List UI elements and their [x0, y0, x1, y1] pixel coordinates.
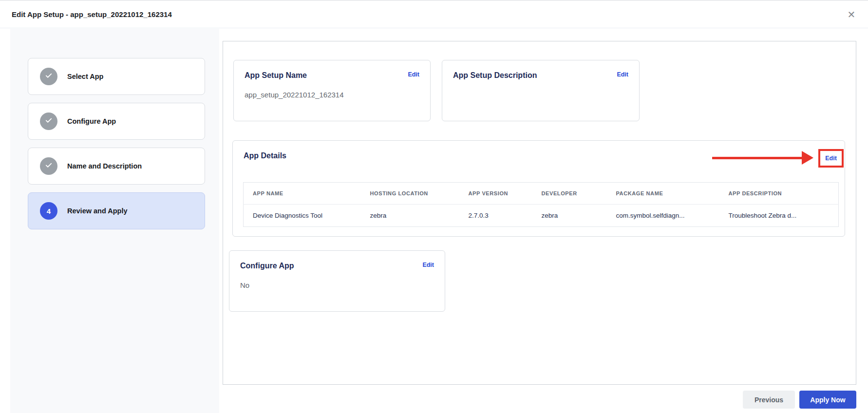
- app-details-table: APP NAME HOSTING LOCATION APP VERSION DE…: [243, 182, 839, 227]
- modal-title: Edit App Setup - app_setup_20221012_1623…: [12, 0, 172, 28]
- previous-button[interactable]: Previous: [743, 391, 795, 409]
- app-setup-description-card: App Setup Description Edit: [442, 60, 640, 121]
- table-header-row: APP NAME HOSTING LOCATION APP VERSION DE…: [244, 183, 839, 205]
- edit-app-setup-modal: Edit App Setup - app_setup_20221012_1623…: [0, 0, 868, 413]
- app-details-title: App Details: [244, 151, 286, 160]
- app-details-card: App Details APP NAME HOSTING LOCATION AP…: [232, 140, 845, 237]
- step-label: Select App: [67, 73, 103, 80]
- app-setup-name-card: App Setup Name Edit app_setup_20221012_1…: [233, 60, 431, 121]
- app-setup-name-title: App Setup Name: [245, 71, 307, 80]
- configure-app-title: Configure App: [240, 262, 294, 270]
- step-configure-app[interactable]: Configure App: [28, 103, 205, 140]
- step-review-and-apply[interactable]: 4 Review and Apply: [28, 192, 205, 229]
- modal-header: Edit App Setup - app_setup_20221012_1623…: [0, 0, 868, 28]
- col-app-name: APP NAME: [244, 183, 361, 205]
- app-setup-name-edit-link[interactable]: Edit: [408, 71, 419, 78]
- cell-app-description: Troubleshoot Zebra d...: [719, 205, 839, 227]
- step-select-app[interactable]: Select App: [28, 58, 205, 95]
- col-app-description: APP DESCRIPTION: [719, 183, 839, 205]
- cell-developer: zebra: [532, 205, 607, 227]
- app-details-edit-link[interactable]: Edit: [820, 151, 842, 166]
- col-hosting-location: HOSTING LOCATION: [361, 183, 459, 205]
- app-setup-name-value: app_setup_20221012_162314: [234, 91, 430, 99]
- check-icon: [44, 161, 53, 171]
- step-number-circle: 4: [40, 202, 57, 220]
- apply-now-button[interactable]: Apply Now: [799, 391, 856, 409]
- step-completed-circle: [40, 113, 57, 130]
- check-icon: [44, 116, 53, 127]
- col-app-version: APP VERSION: [459, 183, 532, 205]
- annotation-arrow-head: [802, 151, 813, 165]
- step-label: Configure App: [67, 117, 116, 125]
- step-completed-circle: [40, 157, 57, 175]
- step-completed-circle: [40, 68, 57, 85]
- configure-app-edit-link[interactable]: Edit: [422, 262, 434, 268]
- annotation-highlight-box: Edit: [818, 149, 844, 168]
- annotation-arrow-line: [712, 157, 803, 159]
- app-setup-description-edit-link[interactable]: Edit: [617, 71, 628, 78]
- step-label: Review and Apply: [67, 207, 128, 215]
- configure-app-value: No: [229, 281, 445, 289]
- app-setup-description-title: App Setup Description: [453, 71, 537, 80]
- col-developer: DEVELOPER: [532, 183, 607, 205]
- col-package-name: PACKAGE NAME: [607, 183, 719, 205]
- close-icon[interactable]: ✕: [845, 8, 858, 21]
- step-name-and-description[interactable]: Name and Description: [28, 148, 205, 185]
- cell-package-name: com.symbol.selfdiagn...: [607, 205, 719, 227]
- cell-app-version: 2.7.0.3: [459, 205, 532, 227]
- cell-app-name: Device Diagnostics Tool: [244, 205, 361, 227]
- step-number: 4: [47, 207, 51, 215]
- configure-app-card: Configure App Edit No: [229, 250, 445, 312]
- check-icon: [44, 71, 53, 82]
- table-row: Device Diagnostics Tool zebra 2.7.0.3 ze…: [244, 205, 839, 227]
- cell-hosting-location: zebra: [361, 205, 459, 227]
- step-label: Name and Description: [67, 162, 142, 170]
